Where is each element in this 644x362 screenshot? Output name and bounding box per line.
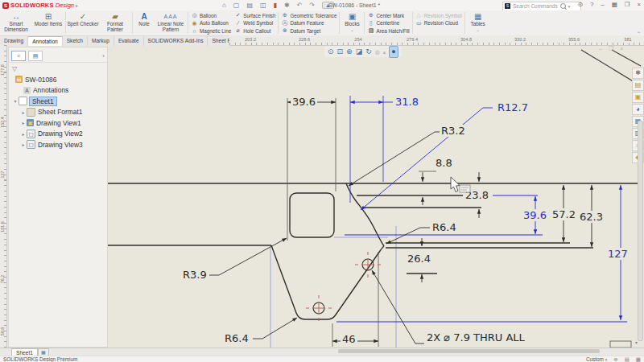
- tree-filter[interactable]: ▽: [9, 63, 107, 74]
- feature-manager-tab[interactable]: ≡: [11, 51, 26, 61]
- dim-r6-4-bottom[interactable]: R6.4: [223, 332, 250, 344]
- scale-selector[interactable]: Custom ▾: [586, 356, 607, 362]
- ribbon-button-center-mark[interactable]: ⊕Center Mark: [367, 12, 409, 19]
- undo-icon[interactable]: ↶: [297, 2, 303, 9]
- dim-62-3[interactable]: 62.3: [578, 211, 605, 223]
- doc-minimize-icon[interactable]: –: [599, 46, 602, 52]
- logo-expand-icon[interactable]: ▸: [76, 2, 78, 8]
- ribbon-button-datum-feature[interactable]: ⒶDatum Feature: [281, 20, 336, 27]
- blocks-flyout-icon[interactable]: ⌄: [350, 27, 353, 32]
- tree-item-drawing-view3[interactable]: ▸ ▢ Drawing View3: [9, 139, 107, 150]
- file-explorer-icon[interactable]: ▣: [632, 92, 644, 103]
- dim-hole-callout[interactable]: 2X ⌀ 7.9 THRU ALL: [425, 331, 526, 343]
- zoom-in-out-icon[interactable]: ⊕: [346, 47, 353, 57]
- dim-46[interactable]: 46: [341, 333, 357, 345]
- ribbon-button-auto-balloon[interactable]: ◉Auto Balloon: [191, 20, 231, 27]
- ribbon-button-magnetic-line[interactable]: ∩Magnetic Line: [191, 27, 231, 35]
- user-icon[interactable]: ⊙: [578, 1, 583, 8]
- zoom-to-area-icon[interactable]: ⊡: [337, 47, 344, 57]
- dim-26-4[interactable]: 26.4: [406, 253, 432, 265]
- pan-icon[interactable]: ◍: [375, 47, 380, 57]
- dim-57-2[interactable]: 57.2: [551, 208, 577, 220]
- vertical-scrollbar[interactable]: [638, 121, 643, 341]
- ribbon-button-centerline[interactable]: ▯Centerline: [367, 20, 409, 27]
- tab-markup[interactable]: Markup: [88, 36, 114, 46]
- expander-icon[interactable]: ▾: [12, 98, 19, 104]
- tab-solidworks-add-ins[interactable]: SOLIDWORKS Add-Ins: [144, 36, 208, 46]
- ribbon-button-revision-cloud[interactable]: ▭Revision Cloud: [415, 20, 462, 27]
- ribbon-button-weld-symbol[interactable]: ∕Weld Symbol: [234, 20, 275, 27]
- dim-127[interactable]: 127: [606, 248, 630, 260]
- section-view-icon[interactable]: ◪: [356, 47, 363, 57]
- ribbon-button-blocks[interactable]: ▣ Blocks ⌄: [341, 10, 363, 35]
- dim-r3-9[interactable]: R3.9: [181, 269, 208, 281]
- new-document-icon[interactable]: ▢: [233, 2, 240, 9]
- help-icon[interactable]: ?: [590, 1, 593, 8]
- tables-flyout-icon[interactable]: ⌄: [477, 27, 480, 32]
- scroll-down-icon[interactable]: ▾: [635, 339, 638, 345]
- dim-8-8[interactable]: 8.8: [434, 157, 454, 169]
- tree-item-drawing-view1[interactable]: ▸ ▣ Drawing View1: [9, 117, 107, 129]
- view-orientation-icon[interactable]: ▴: [383, 47, 386, 57]
- tab-sketch[interactable]: Sketch: [63, 36, 88, 46]
- dim-r6-4-right[interactable]: R6.4: [431, 221, 458, 233]
- settings-gear-icon[interactable]: ✱: [284, 2, 290, 9]
- ribbon-button-format-painter[interactable]: ▰ Format Painter: [99, 10, 131, 35]
- ribbon-button-balloon[interactable]: ◎Balloon: [191, 12, 231, 19]
- tree-item-drawing-view2[interactable]: ▸ ▢ Drawing View2: [9, 129, 107, 140]
- expander-icon[interactable]: ▸: [20, 120, 27, 125]
- print3d-icon[interactable]: ▮: [274, 2, 277, 9]
- panel-expand-icon[interactable]: ›: [102, 52, 105, 60]
- search-icon[interactable]: [560, 3, 566, 9]
- zoom-to-fit-icon[interactable]: ⊙: [328, 47, 334, 57]
- tree-item-annotations[interactable]: A Annotations: [9, 85, 107, 97]
- rotate-view-icon[interactable]: ↻: [365, 47, 372, 57]
- tree-item-root[interactable]: ▤ SW-01086: [9, 74, 107, 85]
- property-manager-tab[interactable]: ▤: [28, 51, 43, 61]
- units-icon[interactable]: ⊕: [613, 356, 617, 362]
- minimize-icon[interactable]: –: [601, 1, 604, 8]
- dim-r3-2[interactable]: R3.2: [440, 125, 467, 137]
- tree-item-sheet1[interactable]: ▾ Sheet1: [9, 96, 107, 107]
- appearances-icon[interactable]: ◕: [632, 104, 644, 115]
- ribbon-button-datum-target[interactable]: ⊗Datum Target: [281, 27, 336, 35]
- search-commands-box[interactable]: S Search Commands ▾: [502, 2, 581, 11]
- ribbon-button-linear-note-pattern[interactable]: AAA Linear Note Pattern ⌄: [155, 10, 187, 35]
- dim-r12-7[interactable]: R12.7: [496, 101, 530, 113]
- dim-39-6-right[interactable]: 39.6: [522, 209, 548, 221]
- ribbon-button-note[interactable]: A Note: [134, 10, 155, 35]
- tab-evaluate[interactable]: Evaluate: [114, 36, 144, 46]
- tab-annotation[interactable]: Annotation: [28, 36, 63, 46]
- save-icon[interactable]: ◫: [260, 2, 266, 9]
- search-dropdown-icon[interactable]: ▾: [568, 4, 571, 9]
- mbd-icon[interactable]: ▦: [636, 356, 641, 362]
- ribbon-button-smart-dimension[interactable]: ↔ Smart Dimension ⌄: [0, 10, 32, 35]
- home-icon[interactable]: ⌂: [222, 2, 226, 9]
- ribbon-button-model-items[interactable]: ⊞ Model Items: [32, 10, 64, 35]
- expander-icon[interactable]: ▸: [20, 109, 27, 115]
- ribbon-button-hole-callout[interactable]: ⌀Hole Callout: [234, 27, 275, 35]
- close-icon[interactable]: ×: [637, 1, 640, 8]
- options-grid-icon[interactable]: ▦: [612, 1, 617, 8]
- redo-icon[interactable]: ↷: [309, 2, 315, 9]
- expander-icon[interactable]: ▸: [20, 131, 27, 137]
- ribbon-button-spell-checker[interactable]: ✓ Spell Checker: [67, 10, 99, 35]
- restore-icon[interactable]: ❒: [625, 1, 630, 8]
- tag-icon[interactable]: ▤: [625, 356, 630, 362]
- dim-23-8[interactable]: 23.8: [464, 189, 490, 201]
- ribbon-button-area-hatch-fill[interactable]: ▨Area Hatch/Fill: [367, 27, 409, 35]
- horizontal-scrollbar[interactable]: [338, 349, 600, 353]
- design-library-icon[interactable]: ▤: [632, 80, 644, 91]
- doc-restore-icon[interactable]: ❒: [609, 46, 613, 52]
- open-icon[interactable]: ▤: [246, 2, 253, 9]
- tree-item-sheet-format1[interactable]: ▸ Sheet Format1: [9, 107, 107, 118]
- document-window-controls[interactable]: – ❒ ×: [599, 46, 623, 52]
- dim-39-6-top[interactable]: 39.6: [291, 96, 317, 108]
- ribbon-button-tables[interactable]: ▦ Tables ⌄: [466, 10, 490, 35]
- display-style-icon[interactable]: ●: [389, 46, 398, 58]
- ribbon-button-geometric-tolerance[interactable]: ⊕Geometric Tolerance: [281, 12, 336, 19]
- ribbon-button-surface-finish[interactable]: ✓Surface Finish: [234, 12, 275, 19]
- solidworks-resources-icon[interactable]: ✱: [632, 68, 644, 79]
- doc-close-icon[interactable]: ×: [620, 46, 623, 52]
- expander-icon[interactable]: ▸: [20, 142, 27, 147]
